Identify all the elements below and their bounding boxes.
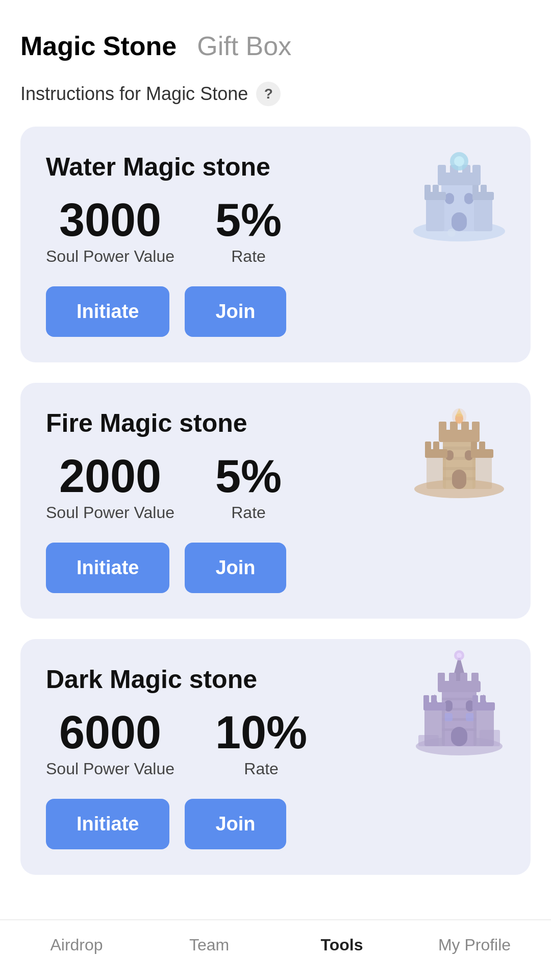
fire-rate-value: 5% <box>215 453 282 499</box>
svg-rect-19 <box>481 185 487 194</box>
fire-rate-label: Rate <box>231 503 266 522</box>
svg-rect-42 <box>433 442 439 451</box>
svg-rect-75 <box>472 695 478 704</box>
svg-rect-37 <box>427 456 446 489</box>
svg-rect-68 <box>473 709 494 746</box>
svg-rect-23 <box>443 447 475 450</box>
dark-magic-stone-card: Dark Magic stone 6000 Soul Power Value 1… <box>20 639 531 875</box>
svg-rect-73 <box>423 695 429 704</box>
svg-point-20 <box>447 229 456 237</box>
nav-airdrop[interactable]: Airdrop <box>10 936 143 954</box>
water-soul-power-block: 3000 Soul Power Value <box>46 197 174 266</box>
svg-rect-11 <box>464 193 473 204</box>
nav-myprofile-label: My Profile <box>438 936 511 954</box>
svg-rect-57 <box>449 673 456 683</box>
svg-rect-66 <box>466 713 474 721</box>
svg-point-8 <box>454 156 464 166</box>
svg-rect-16 <box>424 185 431 194</box>
dark-rate-value: 10% <box>215 709 307 755</box>
svg-rect-76 <box>480 695 486 704</box>
dark-soul-power-label: Soul Power Value <box>46 760 174 778</box>
dark-soul-power-value: 6000 <box>59 709 161 755</box>
fire-castle-image <box>403 393 515 507</box>
fire-soul-power-label: Soul Power Value <box>46 503 174 522</box>
svg-rect-18 <box>472 185 479 194</box>
instructions-bar: Instructions for Magic Stone ? <box>0 77 551 121</box>
dark-soul-power-block: 6000 Soul Power Value <box>46 709 174 778</box>
fire-initiate-button[interactable]: Initiate <box>46 543 169 593</box>
nav-airdrop-label: Airdrop <box>50 936 103 954</box>
dark-join-button[interactable]: Join <box>185 799 286 849</box>
water-soul-power-label: Soul Power Value <box>46 247 174 266</box>
svg-rect-34 <box>452 470 466 489</box>
bottom-navigation: Airdrop Team Tools My Profile <box>0 919 551 980</box>
svg-rect-74 <box>431 695 437 704</box>
svg-rect-43 <box>471 442 477 451</box>
fire-join-button[interactable]: Join <box>185 543 286 593</box>
svg-rect-28 <box>439 422 446 432</box>
svg-rect-6 <box>472 165 481 175</box>
dark-card-buttons: Initiate Join <box>46 799 505 849</box>
svg-rect-50 <box>442 698 477 700</box>
cards-container: Water Magic stone 3000 Soul Power Value … <box>0 121 551 885</box>
svg-rect-9 <box>452 212 467 231</box>
dark-rate-label: Rate <box>244 760 279 778</box>
instructions-text: Instructions for Magic Stone <box>20 83 248 105</box>
water-rate-block: 5% Rate <box>215 197 282 266</box>
nav-myprofile[interactable]: My Profile <box>408 936 541 954</box>
water-rate-label: Rate <box>231 247 266 266</box>
water-join-button[interactable]: Join <box>185 286 286 337</box>
svg-rect-62 <box>451 727 467 746</box>
nav-tools[interactable]: Tools <box>276 936 408 954</box>
svg-rect-10 <box>445 193 454 204</box>
dark-castle-image <box>403 649 515 764</box>
svg-rect-12 <box>426 198 444 231</box>
svg-rect-56 <box>438 673 445 683</box>
nav-tools-label: Tools <box>321 936 363 954</box>
fire-soul-power-block: 2000 Soul Power Value <box>46 453 174 522</box>
fire-card-buttons: Initiate Join <box>46 543 505 593</box>
water-castle-image <box>403 137 515 251</box>
fire-magic-stone-card: Fire Magic stone 2000 Soul Power Value 5… <box>20 383 531 619</box>
magic-stone-tab[interactable]: Magic Stone <box>20 31 177 61</box>
svg-rect-67 <box>424 709 445 746</box>
water-initiate-button[interactable]: Initiate <box>46 286 169 337</box>
svg-rect-17 <box>433 185 439 194</box>
water-card-buttons: Initiate Join <box>46 286 505 337</box>
nav-team-label: Team <box>189 936 229 954</box>
svg-rect-13 <box>474 198 492 231</box>
svg-rect-31 <box>472 422 480 432</box>
dark-rate-block: 10% Rate <box>215 709 307 778</box>
water-rate-value: 5% <box>215 197 282 243</box>
svg-rect-44 <box>479 442 485 451</box>
gift-box-tab[interactable]: Gift Box <box>197 31 291 61</box>
fire-soul-power-value: 2000 <box>59 453 161 499</box>
svg-rect-59 <box>471 673 479 683</box>
header: Magic Stone Gift Box <box>0 0 551 77</box>
question-icon[interactable]: ? <box>256 82 281 106</box>
water-soul-power-value: 3000 <box>59 197 161 243</box>
water-magic-stone-card: Water Magic stone 3000 Soul Power Value … <box>20 127 531 362</box>
svg-rect-58 <box>460 673 467 683</box>
fire-rate-block: 5% Rate <box>215 453 282 522</box>
svg-rect-65 <box>444 713 453 721</box>
svg-point-61 <box>457 653 462 658</box>
svg-rect-38 <box>472 456 492 489</box>
dark-initiate-button[interactable]: Initiate <box>46 799 169 849</box>
nav-team[interactable]: Team <box>143 936 276 954</box>
svg-rect-3 <box>438 165 446 175</box>
svg-rect-41 <box>425 442 431 451</box>
